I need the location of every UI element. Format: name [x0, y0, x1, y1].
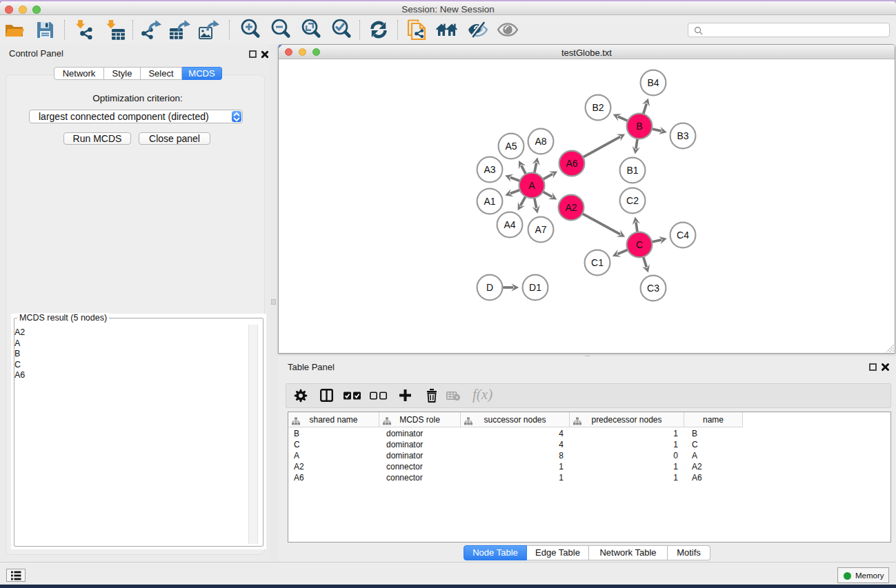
svg-text:A4: A4	[504, 219, 515, 230]
svg-text:A3: A3	[484, 164, 495, 175]
svg-text:A6: A6	[566, 158, 577, 169]
svg-text:C3: C3	[647, 283, 659, 294]
svg-text:A7: A7	[535, 224, 546, 235]
svg-text:A2: A2	[565, 202, 577, 213]
svg-text:A8: A8	[535, 136, 546, 147]
svg-text:B4: B4	[647, 77, 659, 88]
svg-text:A5: A5	[505, 141, 517, 152]
svg-text:D1: D1	[529, 282, 541, 293]
svg-text:B: B	[636, 121, 642, 132]
svg-text:B1: B1	[626, 165, 638, 176]
svg-text:B3: B3	[677, 130, 688, 141]
svg-text:C: C	[636, 239, 643, 250]
svg-text:A: A	[528, 180, 535, 191]
svg-text:C4: C4	[677, 230, 689, 241]
svg-text:A1: A1	[484, 196, 495, 207]
svg-text:C2: C2	[626, 195, 639, 206]
svg-text:C1: C1	[591, 257, 604, 268]
svg-text:B2: B2	[592, 102, 604, 113]
svg-text:D: D	[486, 282, 493, 293]
